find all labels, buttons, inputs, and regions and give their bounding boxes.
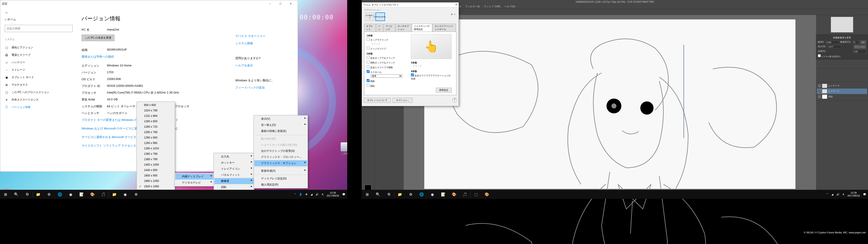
nav-multitask[interactable]: ⊞マルチタスク [5,81,72,89]
tab-touch[interactable]: タッチオプション [396,24,411,32]
resolution-item[interactable]: 1360 x 768 [137,151,174,157]
next-desktop-item[interactable]: 次のデスクトップの背景(N) [254,148,307,154]
two-tap-checkbox[interactable] [367,56,370,59]
eye-icon[interactable] [818,84,821,87]
layer-thumbnail[interactable] [822,89,827,94]
app-csp-icon[interactable]: CLIPStudioPai... [375,12,385,21]
tab-tablet[interactable]: タブレット [364,24,376,32]
dpi-input[interactable] [852,40,859,44]
network-icon[interactable]: ◢ [311,193,312,196]
csp-icon[interactable]: 🎨 [87,190,98,199]
layer-row[interactable]: 用紙 [817,94,867,99]
ratio-input[interactable] [852,50,866,53]
action-center-icon[interactable]: 💬 [863,193,866,196]
output-item[interactable]: 出力先 [214,154,254,160]
maximize-button[interactable]: ☐ [275,0,285,7]
default-settings-button[interactable]: 標準設定 [436,88,452,93]
running-wacom-icon[interactable]: ⬚ [471,190,482,199]
rename-pc-button[interactable]: この PC の名前を変更 [82,35,114,41]
nav-storage[interactable]: ⎓ストレージ [5,66,72,74]
people-icon[interactable]: 👤 [299,193,302,196]
nav-checkbox[interactable] [367,79,370,82]
resolution-item[interactable]: 1280 x 720 [137,124,174,129]
nav-battery[interactable]: ▭バッテリー [5,59,72,66]
taskbar-clock[interactable]: 13:39 2017/09/16 [847,191,860,197]
hotkey-item[interactable]: ホットキー [214,160,254,166]
notepad-icon[interactable]: 📝 [438,190,449,199]
eye-icon[interactable] [818,90,821,93]
running-csp-icon[interactable]: 🎨 [482,190,492,199]
tab-pen[interactable]: ペン [376,24,383,32]
resolution-submenu-item[interactable]: 解像度 [214,178,254,184]
internal-display-item[interactable]: 内蔵ディスプレイ [175,174,213,180]
resolution-item[interactable]: 1440 x 900 [137,167,174,173]
tap-click-checkbox[interactable] [367,38,370,41]
task-view-button[interactable]: ⧉ [22,190,33,199]
two-both-checkbox[interactable] [367,61,370,63]
nav-shared[interactable]: ✕共有エクスペリエンス [5,96,72,103]
nav-tablet[interactable]: ▣タブレット モード [5,74,72,81]
music-icon[interactable]: 🎵 [98,190,109,199]
scroll-select[interactable]: 標準 [371,74,402,78]
recycle-bin-icon[interactable]: ごみ箱 [337,142,347,155]
refresh-item[interactable]: 最新の情報に更新(E) [254,128,307,134]
connect-work-link[interactable]: 職場または学校への接続 [82,55,189,59]
running-chrome-icon[interactable]: ◉ [120,190,131,199]
nav-power[interactable]: ⏻電源とスリープ [5,51,72,59]
history-panel[interactable] [816,69,868,82]
back-arrow-icon[interactable]: ← [5,10,72,15]
width-input[interactable] [826,40,839,44]
ok-button[interactable]: OK [860,40,866,44]
resolution-item[interactable]: 1280 x 960 [137,140,174,146]
start-button[interactable]: ⊞ [0,190,11,199]
help-link[interactable]: ヘルプを表示 [235,63,274,67]
music-icon[interactable]: 🎵 [460,190,470,199]
start-button[interactable]: ⊞ [362,190,373,199]
resolution-item[interactable]: 1280 x 768 [137,129,174,135]
ime-icon[interactable]: A [322,193,323,196]
resolution-item[interactable]: 1920 x 1080 [137,184,174,189]
ruler-guide[interactable] [684,45,684,138]
chrome-icon[interactable]: ◉ [65,190,76,199]
new-item[interactable]: 新規作成(X) [254,168,307,174]
edge-swipe-checkbox[interactable] [367,47,370,50]
gfx-options-item[interactable]: グラフィックス・オプション [254,160,307,166]
resolution-item[interactable]: 1680 x 1050 [137,178,174,184]
wacom-titlebar[interactable]: ワコム タブレットのプロパティ ✕ [362,2,459,7]
panel-fit-item[interactable]: パネルフィット [214,172,254,178]
nav-projection[interactable]: ▢この PC へのプロジェクション [5,89,72,96]
tray-arrow-icon[interactable]: ⌃ [294,193,296,196]
tab-onscreen[interactable]: オンスクリーンコントロール [433,24,456,32]
explorer-icon[interactable]: 📁 [395,190,405,199]
keep-ratio-checkbox[interactable] [818,54,821,57]
eye-icon[interactable] [818,95,821,98]
search-button[interactable]: 🔍 [11,190,22,199]
running-explorer-icon[interactable]: 📁 [109,190,120,199]
taskbar-clock[interactable]: 13:39 2017/09/16 [327,191,339,197]
four-swipe-checkbox[interactable] [411,73,414,77]
options-button[interactable]: オプション... [393,98,412,103]
personalize-item[interactable]: 個人用設定(R) [254,182,307,188]
resolution-item[interactable]: 1366 x 768 [137,157,174,162]
resolution-item[interactable]: 800 x 600 [137,102,174,108]
running-settings-icon[interactable]: ⚙ [131,190,142,199]
resolution-item[interactable]: 1400 x 1050 [137,162,174,167]
settings-titlebar[interactable]: 設定 ─ ☐ ✕ [0,0,298,7]
task-view-button[interactable]: ⧉ [383,190,394,199]
canvas-area[interactable] [404,15,816,193]
menu-filter[interactable]: フィルター(I) [465,5,480,8]
rotate-checkbox[interactable] [367,84,370,87]
height-input[interactable] [828,45,841,49]
remove-app-button[interactable]: − [454,12,456,21]
rotate-item[interactable]: 回転 [214,184,254,190]
device-manager-link[interactable]: デバイス マネージャー [235,34,274,38]
csp-taskbar-icon[interactable]: 🎨 [449,190,460,199]
chrome-icon[interactable]: ◉ [427,190,438,199]
nav-notifications[interactable]: ▢通知とアクション [5,44,72,51]
tray-arrow-icon[interactable]: ⌃ [826,193,828,196]
app-all-icon[interactable]: その他すべて [365,12,375,21]
home-link[interactable]: ⌂ ホーム [5,18,72,22]
layer-thumbnail[interactable] [822,94,827,99]
view-item[interactable]: 表示(V) [254,116,307,122]
resolution-item[interactable]: 1600 x 900 [137,173,174,178]
